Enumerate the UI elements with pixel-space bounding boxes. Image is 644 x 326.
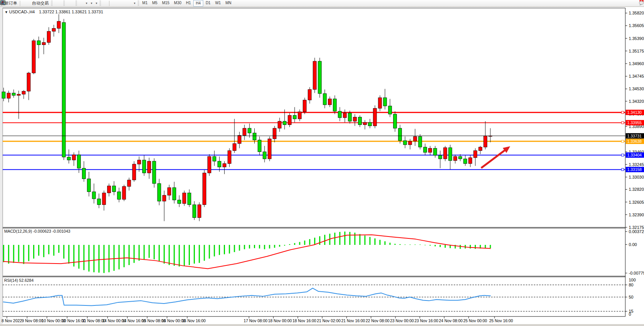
trendline-tool-button[interactable] — [117, 0, 120, 6]
time-tick-label[interactable]: 23 Nov 00:00 — [390, 318, 414, 323]
bull-candle — [278, 121, 281, 128]
arrows-tool-button[interactable]: ▾ — [132, 0, 137, 6]
bear-candle — [112, 186, 116, 192]
bull-candle — [42, 42, 45, 45]
cursor-tool-button[interactable] — [102, 0, 105, 6]
line-handle[interactable] — [622, 168, 624, 171]
add-indicator-button[interactable]: ▾ — [84, 0, 89, 6]
period-button[interactable]: ▾ — [89, 0, 94, 6]
channel-tool-button[interactable]: E — [120, 0, 123, 6]
bull-candle — [102, 193, 106, 205]
timeframe-button-mn[interactable]: MN — [223, 0, 234, 6]
sound-button[interactable] — [27, 0, 31, 6]
toolbar-grip — [51, 1, 53, 6]
timeframe-group: M1M5M15M30H1H4D1W1MN — [140, 0, 234, 6]
bear-candle — [459, 157, 462, 159]
time-tick-label[interactable]: 8 Nov 2022 — [2, 318, 22, 323]
bull-candle — [268, 139, 271, 159]
line-handle[interactable] — [622, 121, 624, 124]
bear-candle — [67, 157, 71, 160]
bull-candle — [7, 93, 10, 98]
price-tick-label: 1.33245 — [629, 162, 644, 167]
price-tick-label: 1.34745 — [629, 74, 644, 78]
zoom-out-button[interactable] — [69, 0, 72, 6]
data-window-button[interactable] — [24, 0, 27, 6]
bull-candle — [243, 128, 246, 136]
time-tick-label[interactable]: 25 Nov 16:00 — [489, 318, 513, 323]
bull-candle — [233, 144, 236, 151]
text-label-tool-button[interactable]: T — [129, 0, 132, 6]
bull-candle — [288, 115, 291, 125]
timeframe-button-m30[interactable]: M30 — [172, 0, 183, 6]
horizontal-line-tool-button[interactable] — [114, 0, 117, 6]
text-tool-button[interactable]: A — [126, 0, 129, 6]
zoom-in-button[interactable] — [66, 0, 69, 6]
timeframe-button-w1[interactable]: W1 — [213, 0, 223, 6]
bear-candle — [323, 94, 326, 105]
timeframe-button-m1[interactable]: M1 — [140, 0, 150, 6]
time-tick-label[interactable]: 17 Nov 08:00 — [244, 318, 268, 323]
bottom-edge — [0, 324, 644, 326]
bull-candle — [72, 155, 75, 160]
price-tick-label: 1.35175 — [629, 49, 644, 53]
chart-canvas[interactable]: 1.358201.356051.353901.351751.349601.347… — [0, 0, 644, 326]
candlestick-chart-button[interactable] — [56, 0, 59, 6]
bear-candle — [318, 61, 321, 94]
rsi-level-label: 50 — [629, 295, 633, 299]
time-tick-label[interactable]: 16 Nov 16:00 — [182, 318, 206, 323]
bear-candle — [253, 133, 256, 140]
tile-windows-button[interactable] — [72, 0, 75, 6]
vertical-line-tool-button[interactable] — [111, 0, 114, 6]
price-tick-label: 1.34960 — [629, 61, 644, 66]
template-button[interactable]: ▾ — [94, 0, 99, 6]
time-tick-label[interactable]: 22 Nov 08:00 — [366, 318, 390, 323]
bull-candle — [373, 108, 377, 126]
line-handle[interactable] — [622, 140, 624, 142]
fibonacci-tool-button[interactable]: F — [123, 0, 126, 6]
time-tick-label[interactable]: 24 Nov 08:00 — [439, 318, 463, 323]
time-tick-label[interactable]: 25 Nov 00:00 — [463, 318, 487, 323]
dropdown-caret: ▾ — [91, 2, 92, 5]
timeframe-button-m5[interactable]: M5 — [150, 0, 160, 6]
bull-candle — [57, 21, 61, 29]
search-button[interactable] — [636, 0, 639, 6]
time-tick-label[interactable]: 21 Nov 16:00 — [341, 318, 365, 323]
bull-candle — [378, 98, 382, 109]
bear-candle — [178, 200, 181, 203]
time-tick-label[interactable]: 9 Nov 08:00 — [22, 318, 43, 323]
bull-candle — [223, 163, 226, 167]
chart-collapse-arrow[interactable]: ▼ — [5, 10, 8, 14]
auto-trading-button[interactable]: 自动交易 — [31, 0, 50, 6]
timeframe-button-h1[interactable]: H1 — [184, 0, 193, 6]
time-tick-label[interactable]: 21 Nov 02:00 — [317, 318, 341, 323]
line-handle[interactable] — [622, 154, 624, 156]
bull-candle — [429, 148, 432, 152]
indicators-list-button[interactable] — [78, 0, 81, 6]
bull-candle — [132, 164, 136, 180]
objects-list-button[interactable] — [81, 0, 84, 6]
bull-candle — [353, 117, 357, 121]
search-icon — [0, 0, 6, 5]
time-tick-label[interactable]: 18 Nov 00:00 — [268, 318, 292, 323]
timeframe-button-h4[interactable]: H4 — [193, 0, 204, 6]
timeframe-button-d1[interactable]: D1 — [203, 0, 213, 6]
bear-candle — [464, 159, 467, 163]
market-watch-button[interactable] — [21, 0, 24, 6]
bull-candle — [162, 195, 166, 201]
bull-candle — [27, 73, 31, 91]
timeframe-button-m15[interactable]: M15 — [160, 0, 172, 6]
bull-candle — [363, 122, 367, 125]
bar-chart-button[interactable] — [53, 0, 56, 6]
line-handle[interactable] — [622, 111, 624, 113]
crosshair-tool-button[interactable] — [105, 0, 108, 6]
bull-candle — [408, 141, 412, 145]
rsi-level-label: 80 — [629, 283, 633, 287]
bear-candle — [77, 155, 80, 168]
notifications-button[interactable]: 1 — [639, 0, 642, 6]
bull-candle — [228, 150, 231, 163]
time-tick-label[interactable]: 23 Nov 16:00 — [414, 318, 438, 323]
line-chart-button[interactable] — [59, 0, 63, 6]
bear-candle — [157, 184, 161, 201]
time-tick-label[interactable]: 18 Nov 16:00 — [292, 318, 316, 323]
toolbar-grip — [75, 1, 77, 6]
